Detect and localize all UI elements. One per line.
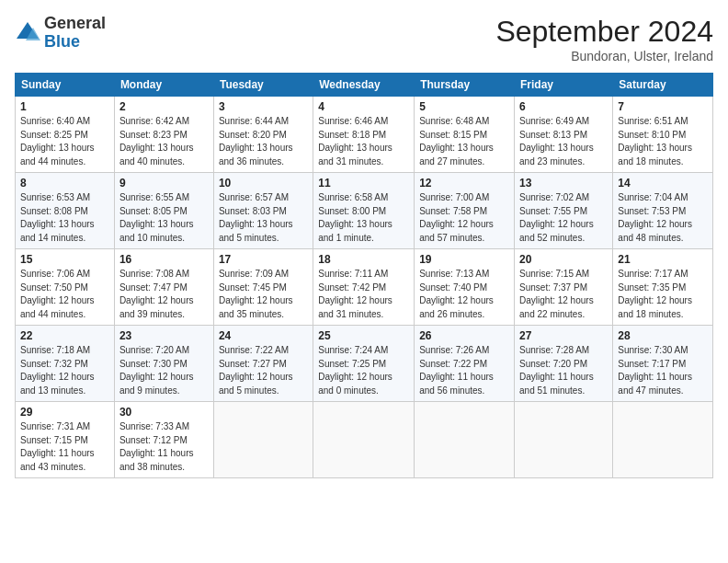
calendar-cell: 3Sunrise: 6:44 AM Sunset: 8:20 PM Daylig… <box>213 97 313 173</box>
day-info: Sunrise: 7:22 AM Sunset: 7:27 PM Dayligh… <box>219 344 308 397</box>
day-of-week-header: Sunday <box>16 74 115 97</box>
day-number: 27 <box>519 329 608 342</box>
calendar-cell <box>515 402 613 478</box>
calendar-week-row: 1Sunrise: 6:40 AM Sunset: 8:25 PM Daylig… <box>16 97 713 173</box>
calendar-cell: 12Sunrise: 7:00 AM Sunset: 7:58 PM Dayli… <box>415 173 515 249</box>
day-number: 25 <box>318 329 409 342</box>
day-info: Sunrise: 6:44 AM Sunset: 8:20 PM Dayligh… <box>219 115 308 168</box>
day-number: 30 <box>119 406 209 419</box>
day-info: Sunrise: 7:20 AM Sunset: 7:30 PM Dayligh… <box>119 344 209 397</box>
calendar-cell: 11Sunrise: 6:58 AM Sunset: 8:00 PM Dayli… <box>313 173 415 249</box>
calendar-cell: 25Sunrise: 7:24 AM Sunset: 7:25 PM Dayli… <box>313 326 415 402</box>
calendar-cell: 9Sunrise: 6:55 AM Sunset: 8:05 PM Daylig… <box>114 173 213 249</box>
day-info: Sunrise: 7:13 AM Sunset: 7:40 PM Dayligh… <box>419 268 509 321</box>
day-number: 2 <box>119 100 209 113</box>
calendar-cell: 18Sunrise: 7:11 AM Sunset: 7:42 PM Dayli… <box>313 249 415 326</box>
day-number: 15 <box>20 253 109 266</box>
day-number: 16 <box>119 253 209 266</box>
day-number: 28 <box>618 329 708 342</box>
day-info: Sunrise: 7:26 AM Sunset: 7:22 PM Dayligh… <box>419 344 509 397</box>
day-info: Sunrise: 7:28 AM Sunset: 7:20 PM Dayligh… <box>519 344 608 397</box>
logo-text: General Blue <box>44 15 106 52</box>
day-number: 20 <box>519 253 608 266</box>
day-of-week-header: Friday <box>515 74 613 97</box>
day-number: 29 <box>20 406 109 419</box>
day-number: 13 <box>519 177 608 190</box>
calendar-week-row: 15Sunrise: 7:06 AM Sunset: 7:50 PM Dayli… <box>16 249 713 326</box>
calendar-cell: 17Sunrise: 7:09 AM Sunset: 7:45 PM Dayli… <box>213 249 313 326</box>
day-info: Sunrise: 6:49 AM Sunset: 8:13 PM Dayligh… <box>519 115 608 168</box>
day-number: 1 <box>20 100 109 113</box>
calendar-cell: 15Sunrise: 7:06 AM Sunset: 7:50 PM Dayli… <box>16 249 115 326</box>
calendar-cell <box>613 402 713 478</box>
day-info: Sunrise: 6:51 AM Sunset: 8:10 PM Dayligh… <box>618 115 708 168</box>
calendar-header-row: SundayMondayTuesdayWednesdayThursdayFrid… <box>16 74 713 97</box>
calendar-cell: 4Sunrise: 6:46 AM Sunset: 8:18 PM Daylig… <box>313 97 415 173</box>
day-info: Sunrise: 7:15 AM Sunset: 7:37 PM Dayligh… <box>519 268 608 321</box>
day-number: 3 <box>219 100 308 113</box>
calendar-cell: 28Sunrise: 7:30 AM Sunset: 7:17 PM Dayli… <box>613 326 713 402</box>
calendar-body: 1Sunrise: 6:40 AM Sunset: 8:25 PM Daylig… <box>16 97 713 478</box>
day-info: Sunrise: 7:17 AM Sunset: 7:35 PM Dayligh… <box>618 268 708 321</box>
calendar-cell: 27Sunrise: 7:28 AM Sunset: 7:20 PM Dayli… <box>515 326 613 402</box>
day-number: 10 <box>219 177 308 190</box>
day-info: Sunrise: 7:18 AM Sunset: 7:32 PM Dayligh… <box>20 344 109 397</box>
day-info: Sunrise: 7:00 AM Sunset: 7:58 PM Dayligh… <box>419 191 509 245</box>
day-of-week-header: Thursday <box>415 74 515 97</box>
day-number: 17 <box>219 253 308 266</box>
day-info: Sunrise: 6:46 AM Sunset: 8:18 PM Dayligh… <box>318 115 409 168</box>
calendar-cell <box>213 402 313 478</box>
calendar-cell: 20Sunrise: 7:15 AM Sunset: 7:37 PM Dayli… <box>515 249 613 326</box>
day-number: 24 <box>219 329 308 342</box>
calendar-cell: 16Sunrise: 7:08 AM Sunset: 7:47 PM Dayli… <box>114 249 213 326</box>
day-info: Sunrise: 7:02 AM Sunset: 7:55 PM Dayligh… <box>519 191 608 245</box>
calendar-week-row: 22Sunrise: 7:18 AM Sunset: 7:32 PM Dayli… <box>16 326 713 402</box>
day-info: Sunrise: 7:09 AM Sunset: 7:45 PM Dayligh… <box>219 268 308 321</box>
day-number: 26 <box>419 329 509 342</box>
day-info: Sunrise: 6:58 AM Sunset: 8:00 PM Dayligh… <box>318 191 409 245</box>
calendar-cell: 23Sunrise: 7:20 AM Sunset: 7:30 PM Dayli… <box>114 326 213 402</box>
day-number: 6 <box>519 100 608 113</box>
day-info: Sunrise: 7:24 AM Sunset: 7:25 PM Dayligh… <box>318 344 409 397</box>
day-info: Sunrise: 7:31 AM Sunset: 7:15 PM Dayligh… <box>20 420 109 474</box>
day-info: Sunrise: 6:42 AM Sunset: 8:23 PM Dayligh… <box>119 115 209 168</box>
day-info: Sunrise: 6:57 AM Sunset: 8:03 PM Dayligh… <box>219 191 308 245</box>
calendar-cell: 1Sunrise: 6:40 AM Sunset: 8:25 PM Daylig… <box>16 97 115 173</box>
day-number: 7 <box>618 100 708 113</box>
calendar-cell: 6Sunrise: 6:49 AM Sunset: 8:13 PM Daylig… <box>515 97 613 173</box>
calendar-cell: 24Sunrise: 7:22 AM Sunset: 7:27 PM Dayli… <box>213 326 313 402</box>
calendar-week-row: 8Sunrise: 6:53 AM Sunset: 8:08 PM Daylig… <box>16 173 713 249</box>
calendar-week-row: 29Sunrise: 7:31 AM Sunset: 7:15 PM Dayli… <box>16 402 713 478</box>
calendar-cell: 19Sunrise: 7:13 AM Sunset: 7:40 PM Dayli… <box>415 249 515 326</box>
day-number: 11 <box>318 177 409 190</box>
calendar-cell: 7Sunrise: 6:51 AM Sunset: 8:10 PM Daylig… <box>613 97 713 173</box>
day-number: 19 <box>419 253 509 266</box>
day-info: Sunrise: 6:53 AM Sunset: 8:08 PM Dayligh… <box>20 191 109 245</box>
calendar-cell <box>415 402 515 478</box>
day-number: 22 <box>20 329 109 342</box>
day-of-week-header: Saturday <box>613 74 713 97</box>
logo-icon <box>15 20 40 46</box>
calendar-cell: 13Sunrise: 7:02 AM Sunset: 7:55 PM Dayli… <box>515 173 613 249</box>
month-title: September 2024 <box>495 15 713 49</box>
day-number: 23 <box>119 329 209 342</box>
day-info: Sunrise: 7:04 AM Sunset: 7:53 PM Dayligh… <box>618 191 708 245</box>
calendar: SundayMondayTuesdayWednesdayThursdayFrid… <box>15 73 713 478</box>
calendar-cell: 22Sunrise: 7:18 AM Sunset: 7:32 PM Dayli… <box>16 326 115 402</box>
calendar-cell: 26Sunrise: 7:26 AM Sunset: 7:22 PM Dayli… <box>415 326 515 402</box>
calendar-cell: 29Sunrise: 7:31 AM Sunset: 7:15 PM Dayli… <box>16 402 115 478</box>
day-info: Sunrise: 6:40 AM Sunset: 8:25 PM Dayligh… <box>20 115 109 168</box>
day-of-week-header: Tuesday <box>213 74 313 97</box>
day-number: 9 <box>119 177 209 190</box>
calendar-cell: 30Sunrise: 7:33 AM Sunset: 7:12 PM Dayli… <box>114 402 213 478</box>
day-number: 5 <box>419 100 509 113</box>
calendar-cell: 14Sunrise: 7:04 AM Sunset: 7:53 PM Dayli… <box>613 173 713 249</box>
day-number: 8 <box>20 177 109 190</box>
day-info: Sunrise: 7:08 AM Sunset: 7:47 PM Dayligh… <box>119 268 209 321</box>
day-info: Sunrise: 7:11 AM Sunset: 7:42 PM Dayligh… <box>318 268 409 321</box>
logo: General Blue <box>15 15 106 52</box>
day-number: 18 <box>318 253 409 266</box>
calendar-cell: 21Sunrise: 7:17 AM Sunset: 7:35 PM Dayli… <box>613 249 713 326</box>
calendar-cell: 5Sunrise: 6:48 AM Sunset: 8:15 PM Daylig… <box>415 97 515 173</box>
calendar-cell: 8Sunrise: 6:53 AM Sunset: 8:08 PM Daylig… <box>16 173 115 249</box>
